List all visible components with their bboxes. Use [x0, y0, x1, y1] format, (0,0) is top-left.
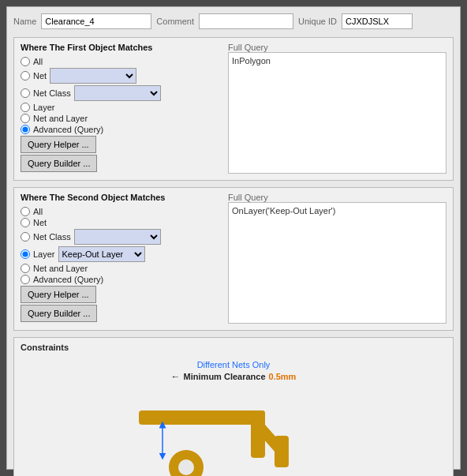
second-layer-dropdown[interactable]: Keep-Out Layer [58, 246, 145, 262]
first-radio-advanced[interactable] [21, 125, 30, 134]
second-radio-advanced-row: Advanced (Query) [21, 275, 222, 284]
second-object-section: Where The Second Object Matches All Net … [13, 187, 454, 331]
first-label-all: All [33, 57, 43, 66]
first-full-query-label: Full Query [228, 43, 446, 52]
first-object-title: Where The First Object Matches [21, 43, 222, 52]
first-builder-row: Query Builder ... [21, 155, 222, 172]
second-label-net: Net [33, 218, 47, 227]
second-radio-netclass-row: Net Class [21, 229, 222, 245]
first-netclass-dropdown[interactable] [74, 85, 161, 101]
second-radio-netandlayer-row: Net and Layer [21, 264, 222, 273]
second-radio-all-row: All [21, 207, 222, 216]
second-label-all: All [33, 207, 43, 216]
second-netclass-dropdown[interactable] [74, 229, 161, 245]
second-label-netclass: Net Class [33, 232, 71, 242]
first-radio-netclass-row: Net Class [21, 85, 222, 101]
second-radio-layer[interactable] [21, 249, 30, 259]
second-helper-row: Query Helper ... [21, 286, 222, 303]
svg-point-6 [178, 459, 194, 475]
first-full-query-value: InPolygon [228, 52, 446, 174]
name-input[interactable] [41, 13, 151, 29]
first-query-builder-button[interactable]: Query Builder ... [21, 155, 97, 172]
clearance-label-row: ← Minimum Clearance 0.5mm [171, 371, 297, 382]
second-full-query-value: OnLayer('Keep-Out Layer') [228, 202, 446, 324]
first-radio-layer[interactable] [21, 103, 30, 112]
second-label-netandlayer: Net and Layer [33, 264, 88, 273]
clearance-diagram-svg [115, 388, 352, 476]
first-radio-all-row: All [21, 57, 222, 66]
first-radio-net[interactable] [21, 71, 30, 81]
first-net-dropdown[interactable] [50, 68, 136, 84]
second-radio-layer-row: Layer Keep-Out Layer [21, 246, 222, 262]
first-label-layer: Layer [33, 103, 55, 112]
first-radio-net-row: Net [21, 68, 222, 84]
first-label-advanced: Advanced (Query) [33, 125, 103, 134]
second-label-advanced: Advanced (Query) [33, 275, 103, 284]
second-radio-advanced[interactable] [21, 275, 30, 284]
first-label-net: Net [33, 71, 47, 81]
comment-label: Comment [156, 17, 194, 26]
first-radio-netandlayer-row: Net and Layer [21, 114, 222, 123]
min-clearance-text: Minimum Clearance [184, 372, 266, 381]
second-builder-row: Query Builder ... [21, 305, 222, 322]
diff-nets-label: Different Nets Only [197, 360, 271, 369]
first-radio-netclass[interactable] [21, 88, 30, 98]
second-radio-all[interactable] [21, 207, 30, 216]
constraints-title: Constraints [21, 343, 446, 352]
first-label-netclass: Net Class [33, 88, 71, 98]
second-object-title: Where The Second Object Matches [21, 193, 222, 202]
first-query-helper-button[interactable]: Query Helper ... [21, 136, 96, 153]
svg-rect-0 [139, 410, 265, 425]
min-clearance-value: 0.5mm [269, 372, 297, 381]
second-radio-net[interactable] [21, 218, 30, 227]
constraints-section: Constraints Different Nets Only ← Minimu… [13, 337, 454, 476]
name-label: Name [13, 17, 36, 26]
uid-label: Unique ID [298, 17, 337, 26]
second-radio-netandlayer[interactable] [21, 264, 30, 273]
comment-input[interactable] [199, 13, 293, 29]
first-object-left: Where The First Object Matches All Net N… [21, 43, 222, 174]
main-panel: Name Comment Unique ID Where The First O… [6, 6, 461, 470]
first-helper-row: Query Helper ... [21, 136, 222, 153]
second-radio-netclass[interactable] [21, 232, 30, 242]
second-query-helper-button[interactable]: Query Helper ... [21, 286, 96, 303]
uid-input[interactable] [342, 13, 413, 29]
first-radio-layer-row: Layer [21, 103, 222, 112]
second-query-builder-button[interactable]: Query Builder ... [21, 305, 97, 322]
svg-rect-3 [275, 436, 289, 467]
diagram-area: Different Nets Only ← Minimum Clearance … [21, 357, 446, 476]
second-radio-net-row: Net [21, 218, 222, 227]
first-label-netandlayer: Net and Layer [33, 114, 88, 123]
arrow-left-icon: ← [171, 371, 181, 382]
first-radio-netandlayer[interactable] [21, 114, 30, 123]
first-object-section: Where The First Object Matches All Net N… [13, 37, 454, 181]
second-object-left: Where The Second Object Matches All Net … [21, 193, 222, 324]
name-row: Name Comment Unique ID [13, 13, 454, 29]
second-label-layer: Layer [33, 249, 55, 259]
first-radio-advanced-row: Advanced (Query) [21, 125, 222, 134]
first-radio-all[interactable] [21, 57, 30, 66]
second-full-query-label: Full Query [228, 193, 446, 202]
